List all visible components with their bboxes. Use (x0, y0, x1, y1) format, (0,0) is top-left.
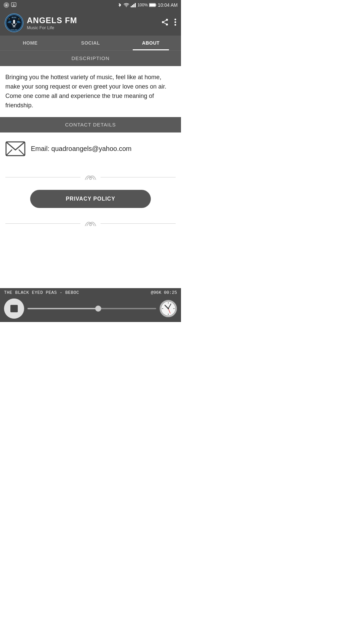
svg-point-23 (166, 23, 168, 25)
contact-section: Email: quadroangels@yahoo.com (0, 132, 181, 165)
signal-divider-2 (0, 211, 181, 236)
email-icon (5, 141, 25, 156)
tab-social[interactable]: SOCIAL (60, 36, 121, 50)
divider-left (5, 177, 80, 177)
battery-icon (149, 3, 157, 7)
svg-point-42 (168, 308, 169, 309)
app-header: ★ ★ FOR LIFE MUSIC ANGELS FM Music For L… (0, 10, 181, 36)
bluetooth-icon (117, 3, 122, 7)
svg-text:A: A (5, 4, 7, 6)
description-header: DESCRIPTION (0, 51, 181, 66)
logo-svg: ★ ★ FOR LIFE MUSIC (6, 14, 22, 31)
share-icon[interactable] (161, 18, 169, 28)
progress-fill (27, 308, 98, 309)
svg-rect-9 (135, 3, 136, 7)
svg-rect-6 (131, 6, 132, 7)
broadcast-icon-2 (80, 218, 101, 229)
header-left: ★ ★ FOR LIFE MUSIC ANGELS FM Music For L… (5, 13, 77, 32)
broadcast-icon-1 (80, 172, 101, 183)
status-bar: A 100% (0, 0, 181, 10)
clock-icon[interactable] (160, 300, 177, 317)
header-title-group: ANGELS FM Music For Life (27, 16, 77, 30)
stop-icon (10, 305, 18, 312)
contact-header-text: CONTACT DETAILS (65, 122, 116, 127)
header-action-icons (161, 18, 176, 28)
svg-rect-8 (133, 4, 134, 7)
status-right-icons: 100% 10:04 AM (117, 2, 178, 8)
main-content: DESCRIPTION Bringing you the hottest var… (0, 51, 181, 236)
svg-rect-11 (149, 4, 155, 6)
battery-text: 100% (137, 3, 148, 7)
song-meta: @96K 00:25 (151, 290, 177, 295)
svg-rect-14 (13, 20, 15, 24)
svg-point-5 (126, 6, 127, 7)
svg-point-26 (175, 18, 176, 20)
svg-point-27 (175, 21, 176, 23)
contact-header: CONTACT DETAILS (0, 117, 181, 132)
time-display: 10:04 AM (158, 2, 178, 8)
svg-line-31 (19, 150, 25, 156)
email-address: Email: quadroangels@yahoo.com (31, 145, 131, 153)
svg-line-24 (164, 22, 166, 24)
tab-home[interactable]: HOME (0, 36, 60, 50)
divider-right (101, 177, 176, 177)
progress-thumb (95, 306, 101, 312)
app-name: ANGELS FM (27, 16, 77, 25)
divider-left-2 (5, 223, 80, 224)
svg-point-21 (166, 19, 168, 21)
wifi-icon (123, 3, 129, 7)
player-controls (0, 297, 181, 322)
description-header-text: DESCRIPTION (71, 55, 110, 61)
svg-rect-12 (156, 4, 156, 6)
progress-bar[interactable] (27, 308, 156, 309)
nav-tabs: HOME SOCIAL ABOUT (0, 36, 181, 51)
privacy-policy-button[interactable]: PRIVACY POLICY (30, 190, 151, 208)
tab-about[interactable]: ABOUT (121, 36, 181, 50)
now-playing-info: THE BLACK EYED PEAS - BEBOC @96K 00:25 (0, 288, 181, 297)
svg-point-28 (175, 24, 176, 25)
song-title: THE BLACK EYED PEAS - BEBOC (4, 290, 79, 295)
now-playing-bar: THE BLACK EYED PEAS - BEBOC @96K 00:25 (0, 288, 181, 322)
more-options-icon[interactable] (174, 18, 176, 28)
svg-text:FOR LIFE: FOR LIFE (11, 29, 17, 31)
stop-button[interactable] (4, 299, 24, 319)
svg-point-22 (162, 21, 164, 23)
clock-svg (160, 301, 176, 317)
svg-line-25 (164, 20, 166, 21)
description-body: Bringing you the hottest variety of musi… (0, 66, 181, 117)
signal-divider-1 (0, 165, 181, 190)
app-logo: ★ ★ FOR LIFE MUSIC (5, 13, 23, 32)
svg-text:MUSIC: MUSIC (12, 17, 17, 18)
svg-line-30 (6, 150, 12, 156)
download-icon (11, 2, 16, 8)
divider-right-2 (101, 223, 176, 224)
svg-rect-7 (132, 5, 133, 7)
signal-icon (131, 3, 136, 7)
email-row: Email: quadroangels@yahoo.com (5, 138, 176, 160)
status-app-icon: A (3, 2, 9, 8)
status-left-icons: A (3, 2, 16, 8)
app-subtitle: Music For Life (27, 25, 77, 30)
